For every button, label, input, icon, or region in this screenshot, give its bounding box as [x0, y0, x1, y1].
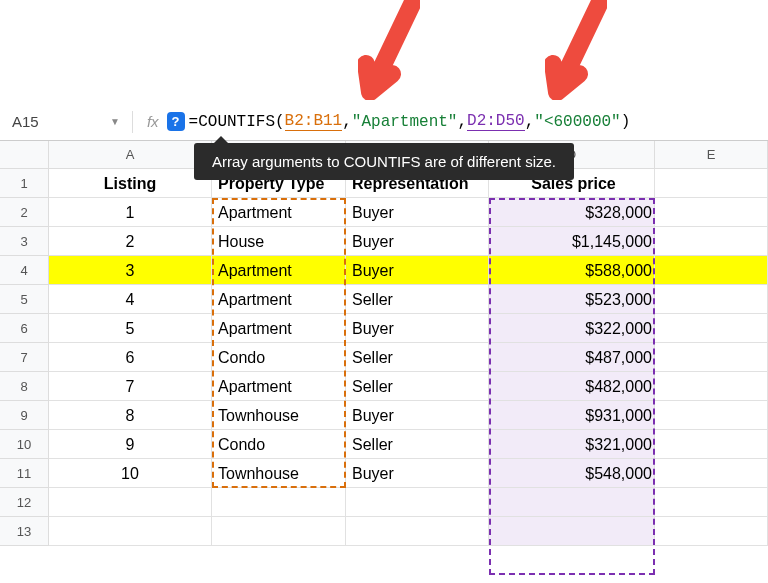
cell[interactable] — [655, 256, 768, 285]
cell[interactable] — [655, 517, 768, 546]
row-header[interactable]: 11 — [0, 459, 49, 488]
cell[interactable]: Seller — [346, 285, 489, 314]
cell[interactable]: Seller — [346, 372, 489, 401]
row-header[interactable]: 4 — [0, 256, 49, 285]
cell[interactable] — [655, 285, 768, 314]
cell[interactable] — [49, 488, 212, 517]
cell[interactable] — [49, 517, 212, 546]
cell[interactable] — [655, 343, 768, 372]
table-row: 87ApartmentSeller$482,000 — [0, 372, 768, 401]
cell[interactable]: $523,000 — [489, 285, 655, 314]
cell[interactable]: Seller — [346, 430, 489, 459]
cell[interactable]: Buyer — [346, 459, 489, 488]
cell[interactable]: 5 — [49, 314, 212, 343]
cell[interactable]: $548,000 — [489, 459, 655, 488]
cell[interactable] — [655, 459, 768, 488]
cell[interactable]: 4 — [49, 285, 212, 314]
cell[interactable] — [655, 314, 768, 343]
cell[interactable] — [212, 488, 346, 517]
cell[interactable]: Buyer — [346, 401, 489, 430]
cell[interactable]: Seller — [346, 343, 489, 372]
formula-str2: "<600000" — [534, 113, 620, 131]
name-box[interactable] — [4, 109, 104, 134]
formula-eq: = — [189, 113, 199, 131]
col-header-E[interactable]: E — [655, 141, 768, 169]
row-header[interactable]: 5 — [0, 285, 49, 314]
cell[interactable] — [489, 488, 655, 517]
row-header[interactable]: 13 — [0, 517, 49, 546]
cell[interactable]: 8 — [49, 401, 212, 430]
cell[interactable]: Listing — [49, 169, 212, 198]
cell[interactable]: 7 — [49, 372, 212, 401]
cell[interactable]: $487,000 — [489, 343, 655, 372]
spreadsheet-grid: A B C D E 1 Listing Property Type Repres… — [0, 141, 768, 546]
cell[interactable]: 2 — [49, 227, 212, 256]
row-header[interactable]: 6 — [0, 314, 49, 343]
cell[interactable]: 10 — [49, 459, 212, 488]
cell[interactable]: Buyer — [346, 227, 489, 256]
cell[interactable]: House — [212, 227, 346, 256]
row-header[interactable]: 10 — [0, 430, 49, 459]
row-header[interactable]: 7 — [0, 343, 49, 372]
formula-open: ( — [275, 113, 285, 131]
table-row: 12 — [0, 488, 768, 517]
cell[interactable] — [655, 401, 768, 430]
cell[interactable] — [655, 169, 768, 198]
cell[interactable]: Apartment — [212, 372, 346, 401]
cell[interactable]: Apartment — [212, 256, 346, 285]
cell[interactable] — [212, 517, 346, 546]
fx-label: fx — [139, 113, 167, 130]
cell[interactable]: Buyer — [346, 314, 489, 343]
cell[interactable] — [655, 430, 768, 459]
cell[interactable]: Buyer — [346, 256, 489, 285]
annotation-arrow-2 — [545, 0, 607, 100]
cell[interactable]: $482,000 — [489, 372, 655, 401]
table-row: 76CondoSeller$487,000 — [0, 343, 768, 372]
cell[interactable] — [655, 372, 768, 401]
table-row: 98TownhouseBuyer$931,000 — [0, 401, 768, 430]
formula-range1: B2:B11 — [285, 112, 343, 131]
cell[interactable]: Townhouse — [212, 401, 346, 430]
cell[interactable] — [655, 488, 768, 517]
cell[interactable]: $322,000 — [489, 314, 655, 343]
cell[interactable]: Apartment — [212, 198, 346, 227]
cell[interactable]: $328,000 — [489, 198, 655, 227]
error-tooltip: Array arguments to COUNTIFS are of diffe… — [194, 143, 574, 180]
annotation-arrow-1 — [358, 0, 420, 100]
cell[interactable] — [655, 198, 768, 227]
cell[interactable]: 1 — [49, 198, 212, 227]
table-row: 109CondoSeller$321,000 — [0, 430, 768, 459]
cell[interactable]: Buyer — [346, 198, 489, 227]
cell[interactable]: $321,000 — [489, 430, 655, 459]
formula-help-icon[interactable]: ? — [167, 112, 185, 131]
cell[interactable]: 9 — [49, 430, 212, 459]
formula-input[interactable]: =COUNTIFS(B2:B11,"Apartment",D2:D50,"<60… — [189, 112, 764, 131]
cell[interactable] — [655, 227, 768, 256]
col-header-A[interactable]: A — [49, 141, 212, 169]
row-header[interactable]: 3 — [0, 227, 49, 256]
cell[interactable]: $931,000 — [489, 401, 655, 430]
cell[interactable]: $1,145,000 — [489, 227, 655, 256]
cell[interactable]: Condo — [212, 430, 346, 459]
cell[interactable]: Condo — [212, 343, 346, 372]
row-header[interactable]: 8 — [0, 372, 49, 401]
cell[interactable] — [346, 517, 489, 546]
cell[interactable]: Apartment — [212, 285, 346, 314]
table-row: 21ApartmentBuyer$328,000 — [0, 198, 768, 227]
select-all-corner[interactable] — [0, 141, 49, 169]
cell[interactable] — [346, 488, 489, 517]
table-row: 13 — [0, 517, 768, 546]
row-header[interactable]: 2 — [0, 198, 49, 227]
formula-bar: ▼ fx ? =COUNTIFS(B2:B11,"Apartment",D2:D… — [0, 103, 768, 141]
cell[interactable]: Apartment — [212, 314, 346, 343]
row-header[interactable]: 9 — [0, 401, 49, 430]
row-header[interactable]: 1 — [0, 169, 49, 198]
row-header[interactable]: 12 — [0, 488, 49, 517]
cell[interactable]: 3 — [49, 256, 212, 285]
cell[interactable]: $588,000 — [489, 256, 655, 285]
name-box-dropdown-icon[interactable]: ▼ — [104, 116, 126, 127]
cell[interactable]: 6 — [49, 343, 212, 372]
cell[interactable] — [489, 517, 655, 546]
cell[interactable]: Townhouse — [212, 459, 346, 488]
formula-c1: , — [342, 113, 352, 131]
